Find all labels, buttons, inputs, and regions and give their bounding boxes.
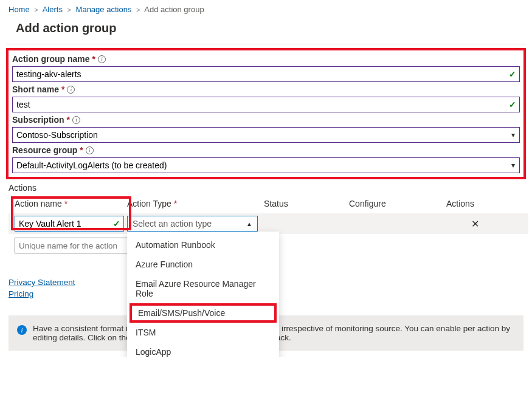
label-subscription: Subscription * i bbox=[12, 115, 520, 125]
info-icon[interactable]: i bbox=[86, 146, 94, 154]
select-resource-group[interactable]: Default-ActivityLogAlerts (to be created… bbox=[12, 157, 520, 173]
form-highlight: Action group name * i ✓ Short name * i ✓… bbox=[6, 48, 526, 179]
breadcrumb-manage-actions[interactable]: Manage actions bbox=[76, 5, 132, 14]
col-status: Status bbox=[264, 199, 349, 208]
divider bbox=[6, 44, 526, 44]
chevron-up-icon: ▲ bbox=[246, 221, 252, 227]
select-subscription[interactable]: Contoso-Subscription bbox=[12, 127, 520, 143]
info-icon: i bbox=[17, 325, 27, 335]
breadcrumb-alerts[interactable]: Alerts bbox=[43, 5, 63, 14]
required-asterisk: * bbox=[67, 115, 70, 125]
select-action-type[interactable]: Select an action type ▲ bbox=[127, 216, 258, 232]
option-itsm[interactable]: ITSM bbox=[127, 323, 279, 342]
delete-row-button[interactable]: ✕ bbox=[446, 218, 528, 230]
table-row: ✓ Select an action type ▲ Automation Run… bbox=[9, 213, 528, 234]
check-icon: ✓ bbox=[509, 69, 516, 79]
actions-heading: Actions bbox=[9, 183, 526, 193]
breadcrumb: Home > Alerts > Manage actions > Add act… bbox=[6, 4, 526, 19]
breadcrumb-home[interactable]: Home bbox=[9, 5, 30, 14]
label-action-group-name: Action group name * i bbox=[12, 54, 520, 64]
page-title: Add action group bbox=[6, 19, 526, 44]
check-icon: ✓ bbox=[509, 100, 516, 109]
label-short-name: Short name * i bbox=[12, 84, 520, 94]
info-icon[interactable]: i bbox=[98, 55, 106, 63]
input-action-name[interactable] bbox=[15, 216, 124, 232]
required-asterisk: * bbox=[61, 84, 64, 94]
input-unique-action-name[interactable] bbox=[15, 238, 128, 253]
chevron-right-icon: > bbox=[34, 6, 38, 13]
info-icon[interactable]: i bbox=[67, 86, 75, 94]
col-action-type: Action Type * bbox=[127, 199, 264, 208]
breadcrumb-current: Add action group bbox=[144, 5, 204, 14]
input-short-name[interactable] bbox=[12, 97, 520, 112]
action-type-dropdown: Automation Runbook Azure Function Email … bbox=[127, 232, 279, 357]
required-asterisk: * bbox=[80, 145, 83, 155]
option-azure-function[interactable]: Azure Function bbox=[127, 255, 279, 274]
col-actions: Actions bbox=[446, 199, 528, 208]
label-resource-group: Resource group * i bbox=[12, 145, 520, 155]
chevron-right-icon: > bbox=[67, 6, 71, 13]
option-email-sms-push-voice[interactable]: Email/SMS/Push/Voice bbox=[130, 303, 277, 323]
col-action-name: Action name * bbox=[9, 199, 127, 208]
chevron-right-icon: > bbox=[136, 6, 140, 13]
option-logic-app[interactable]: LogicApp bbox=[127, 342, 279, 357]
option-automation-runbook[interactable]: Automation Runbook bbox=[127, 235, 279, 255]
option-email-arm-role[interactable]: Email Azure Resource Manager Role bbox=[127, 274, 279, 303]
check-icon: ✓ bbox=[113, 219, 120, 229]
info-icon[interactable]: i bbox=[72, 116, 80, 124]
required-asterisk: * bbox=[92, 54, 95, 64]
input-action-group-name[interactable] bbox=[12, 66, 520, 82]
actions-table-header: Action name * Action Type * Status Confi… bbox=[9, 196, 528, 213]
col-configure: Configure bbox=[349, 199, 446, 208]
